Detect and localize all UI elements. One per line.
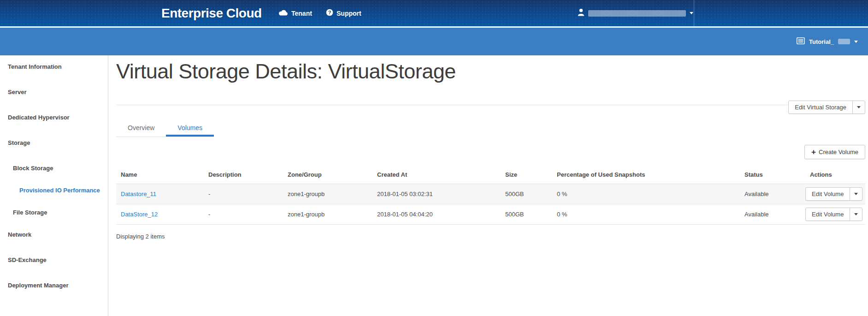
chevron-down-icon: [854, 41, 858, 43]
tab-overview[interactable]: Overview: [116, 120, 166, 137]
sidebar-item-storage[interactable]: Storage: [0, 139, 108, 147]
sidebar-item-tenant-information[interactable]: Tenant Information: [0, 63, 108, 71]
nav-tenant[interactable]: Tenant: [278, 0, 312, 26]
edit-volume-button[interactable]: Edit Volume: [805, 208, 862, 221]
cell-zone-group: zone1-groupb: [283, 204, 372, 225]
column-header-actions: Actions: [805, 166, 865, 184]
edit-volume-dropdown[interactable]: [850, 208, 862, 221]
create-volume-button[interactable]: + Create Volume: [804, 145, 865, 159]
column-header-created-at: Created At: [372, 166, 501, 184]
cloud-icon: [278, 9, 288, 17]
nav-tenant-label: Tenant: [291, 10, 312, 17]
tab-bar: Overview Volumes: [116, 120, 214, 137]
chevron-down-icon: [857, 106, 861, 108]
edit-volume-label: Edit Volume: [806, 188, 850, 200]
page-title: Virtual Storage Details: VirtualStorage: [116, 59, 865, 84]
column-header-zone-group: Zone/Group: [283, 166, 372, 184]
nav-support-label: Support: [337, 10, 361, 17]
chevron-down-icon: [690, 12, 693, 14]
edit-volume-button[interactable]: Edit Volume: [805, 187, 862, 201]
edit-virtual-storage-button[interactable]: Edit Virtual Storage: [788, 101, 865, 114]
cell-zone-group: zone1-groupb: [283, 184, 372, 204]
main-content: Virtual Storage Details: VirtualStorage …: [108, 55, 868, 316]
sidebar: Tenant Information Server Dedicated Hype…: [0, 55, 108, 316]
sidebar-item-deployment-manager[interactable]: Deployment Manager: [0, 281, 108, 289]
tab-volumes[interactable]: Volumes: [166, 120, 214, 137]
chevron-down-icon: [854, 193, 858, 195]
cell-status: Available: [740, 184, 805, 204]
create-volume-label: Create Volume: [819, 149, 858, 155]
list-icon: [797, 37, 805, 46]
cell-size: 500GB: [501, 204, 552, 225]
sidebar-item-server[interactable]: Server: [0, 88, 108, 96]
volume-link[interactable]: DataStore_12: [121, 211, 158, 218]
items-count-summary: Displaying 2 items: [116, 233, 865, 240]
cell-created-at: 2018-01-05 04:04:20: [372, 204, 501, 225]
column-header-status: Status: [740, 166, 805, 184]
workspace-bar: Tutorial_: [0, 28, 868, 55]
workspace-selector[interactable]: Tutorial_: [797, 37, 858, 46]
enterprise-cloud-logo: Enterprise Cloud: [161, 0, 262, 26]
cell-description: -: [204, 204, 283, 225]
column-header-size: Size: [501, 166, 552, 184]
sidebar-item-network[interactable]: Network: [0, 231, 108, 238]
edit-volume-dropdown[interactable]: [850, 188, 862, 200]
cell-description: -: [204, 184, 283, 204]
redacted-username: [588, 10, 686, 17]
volume-link[interactable]: Datastore_11: [121, 191, 156, 197]
sidebar-item-dedicated-hypervisor[interactable]: Dedicated Hypervisor: [0, 113, 108, 121]
svg-text:?: ?: [328, 10, 331, 15]
cell-snapshot-pct: 0 %: [552, 184, 740, 204]
edit-virtual-storage-label: Edit Virtual Storage: [789, 101, 852, 113]
table-header-row: Name Description Zone/Group Created At S…: [116, 166, 865, 184]
top-navbar: Enterprise Cloud Tenant ? Support: [0, 0, 868, 28]
column-header-name: Name: [116, 166, 204, 184]
workspace-label: Tutorial_: [809, 38, 834, 45]
sidebar-item-provisioned-io-performance[interactable]: Provisioned IO Performance: [0, 186, 108, 194]
cell-created-at: 2018-01-05 03:02:31: [372, 184, 501, 204]
cell-snapshot-pct: 0 %: [552, 204, 740, 225]
table-row: DataStore_12 - zone1-groupb 2018-01-05 0…: [116, 204, 865, 225]
redacted-workspace-suffix: [838, 39, 850, 44]
column-header-snapshot-pct: Percentage of Used Snapshots: [552, 166, 740, 184]
cell-size: 500GB: [501, 184, 552, 204]
cell-status: Available: [740, 204, 805, 225]
sidebar-item-file-storage[interactable]: File Storage: [0, 209, 108, 216]
chevron-down-icon: [854, 213, 858, 215]
volumes-table: Name Description Zone/Group Created At S…: [116, 166, 865, 225]
table-row: Datastore_11 - zone1-groupb 2018-01-05 0…: [116, 184, 865, 204]
sidebar-item-block-storage[interactable]: Block Storage: [0, 164, 108, 172]
user-icon: [578, 8, 585, 18]
sidebar-item-sd-exchange[interactable]: SD-Exchange: [0, 256, 108, 264]
plus-icon: +: [811, 149, 816, 155]
question-icon: ?: [326, 9, 333, 18]
user-menu[interactable]: [578, 0, 693, 26]
nav-support[interactable]: ? Support: [326, 0, 361, 26]
navbar-divider: [694, 0, 694, 26]
edit-virtual-storage-dropdown[interactable]: [852, 101, 865, 113]
edit-volume-label: Edit Volume: [806, 208, 850, 221]
column-header-description: Description: [204, 166, 283, 184]
title-divider: [116, 105, 865, 105]
